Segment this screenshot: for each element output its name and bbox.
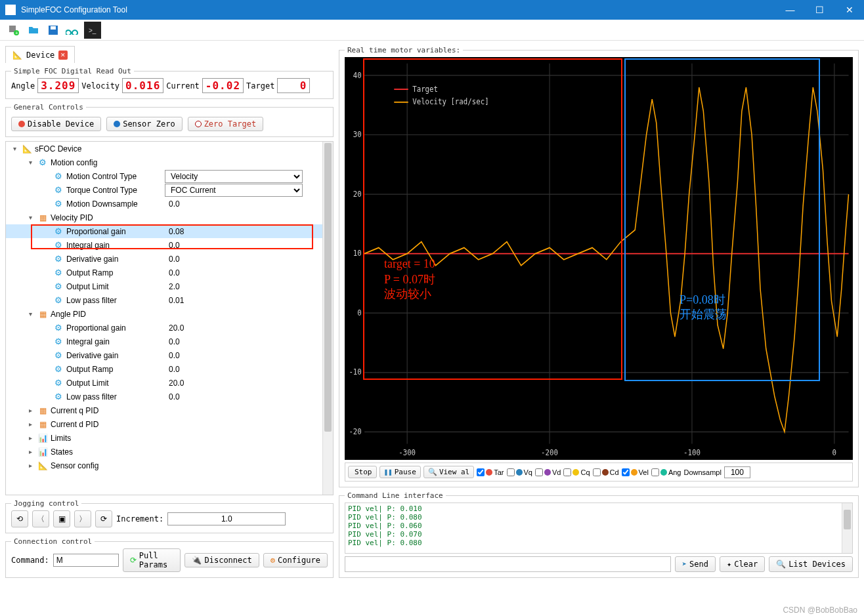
close-button[interactable]: ✕: [834, 0, 864, 20]
jog-prev-button[interactable]: 〈: [32, 510, 49, 527]
tree-sensor[interactable]: ▸📐Sensor config: [6, 459, 333, 472]
save-icon[interactable]: [45, 22, 62, 39]
tab-close-icon[interactable]: ✕: [58, 51, 68, 60]
pid-icon: ▦: [37, 309, 48, 319]
svg-text:0: 0: [832, 447, 837, 457]
chk-vq[interactable]: Vq: [507, 468, 532, 476]
config-tree[interactable]: ▾📐sFOC Device ▾⚙Motion config ⚙Motion Co…: [5, 141, 334, 495]
ring-icon: [195, 121, 202, 127]
tree-vel-ig[interactable]: ⚙Integral gain0.0: [6, 238, 333, 252]
disconnect-button[interactable]: 🔌Disconnect: [184, 553, 259, 567]
terminal-icon[interactable]: >_: [84, 22, 101, 39]
rt-legend: Real time motor variables:: [345, 46, 463, 54]
chk-cq[interactable]: Cq: [563, 468, 590, 476]
angle-value: 3.209: [37, 78, 79, 93]
svg-text:40: 40: [353, 70, 362, 80]
pull-params-button[interactable]: ⟳Pull Params: [123, 548, 181, 572]
tct-select[interactable]: FOC Current: [165, 184, 303, 197]
sensor-zero-button[interactable]: Sensor Zero: [106, 117, 182, 131]
pause-button[interactable]: ❚❚Pause: [379, 466, 421, 478]
general-controls-group: General Controls Disable Device Sensor Z…: [5, 103, 334, 137]
increment-input[interactable]: [167, 512, 286, 525]
tree-currentd[interactable]: ▸▦Current d PID: [6, 417, 333, 431]
arduino-icon[interactable]: [64, 22, 81, 39]
tree-mct[interactable]: ⚙Motion Control TypeVelocity: [6, 169, 333, 183]
jog-forward-button[interactable]: ⟳: [95, 510, 112, 527]
tree-states[interactable]: ▸📊States: [6, 445, 333, 459]
angle-label: Angle: [11, 81, 35, 91]
stop-button[interactable]: Stop: [348, 466, 377, 478]
list-devices-button[interactable]: 🔍List Devices: [769, 556, 853, 572]
mct-select[interactable]: Velocity: [165, 170, 303, 183]
open-folder-icon[interactable]: [25, 22, 42, 39]
tree-root[interactable]: ▾📐sFOC Device: [6, 142, 333, 155]
blue-dot-icon: [114, 121, 120, 127]
tree-ang-ig[interactable]: ⚙Integral gain0.0: [6, 335, 333, 348]
annot-blue-2: 开始震荡: [680, 306, 727, 322]
svg-text:-300: -300: [399, 447, 416, 457]
svg-text:20: 20: [353, 189, 362, 199]
jog-next-button[interactable]: 〉: [74, 510, 91, 527]
gear-icon: ⚙: [53, 364, 64, 375]
tree-ang-dg[interactable]: ⚙Derivative gain0.0: [6, 348, 333, 362]
tab-device[interactable]: 📐 Device ✕: [5, 46, 75, 63]
tree-limits[interactable]: ▸📊Limits: [6, 431, 333, 445]
jog-rewind-button[interactable]: ⟲: [11, 510, 28, 527]
chk-cd[interactable]: Cd: [593, 468, 619, 476]
target-label: Target: [246, 81, 274, 91]
tree-vel-limit[interactable]: ⚙Output Limit2.0: [6, 279, 333, 293]
send-button[interactable]: ➤Send: [675, 556, 716, 572]
tree-ang-lpf[interactable]: ⚙Low pass filter0.0: [6, 390, 333, 403]
downsample-label: Downsampl: [683, 468, 721, 476]
viewall-button[interactable]: 🔍View al: [423, 466, 474, 478]
chk-vd[interactable]: Vd: [535, 468, 561, 476]
tree-vel-pg[interactable]: ⚙Proportional gain0.08: [6, 224, 333, 238]
svg-text:>_: >_: [89, 27, 97, 34]
annot-red-2: P = 0.07时: [384, 272, 435, 287]
add-device-icon[interactable]: +: [5, 22, 22, 39]
cli-scrollbar[interactable]: [842, 503, 852, 553]
jog-stop-button[interactable]: ▣: [53, 510, 70, 527]
tree-tct[interactable]: ⚙Torque Control TypeFOC Current: [6, 183, 333, 197]
clear-button[interactable]: ✦Clear: [720, 556, 765, 572]
tree-angle-pid[interactable]: ▾▦Angle PID: [6, 307, 333, 321]
tree-motion-config[interactable]: ▾⚙Motion config: [6, 155, 333, 169]
chk-target[interactable]: Tar: [477, 468, 504, 476]
gear-icon: ⚙: [53, 323, 64, 333]
minimize-button[interactable]: —: [775, 0, 805, 20]
tree-vel-dg[interactable]: ⚙Derivative gain0.0: [6, 252, 333, 266]
svg-text:-100: -100: [683, 447, 701, 457]
tree-ang-ramp[interactable]: ⚙Output Ramp0.0: [6, 362, 333, 376]
configure-button[interactable]: ⚙Configure: [263, 553, 328, 567]
cli-line: PID vel| P: 0.080: [348, 513, 850, 522]
gear-icon: ⚙: [53, 268, 64, 278]
downsample-input[interactable]: [724, 466, 750, 478]
device-tab-icon: 📐: [12, 51, 22, 60]
gear-icon: ⚙: [53, 226, 64, 237]
tree-vel-ramp[interactable]: ⚙Output Ramp0.0: [6, 266, 333, 279]
tree-currentq[interactable]: ▸▦Current q PID: [6, 403, 333, 417]
dro-group: Simple FOC Digital Read Out Angle 3.209 …: [5, 67, 334, 99]
tree-vel-lpf[interactable]: ⚙Low pass filter0.01: [6, 293, 333, 307]
app-icon: [5, 5, 16, 15]
tree-ang-limit[interactable]: ⚙Output Limit20.0: [6, 376, 333, 390]
chk-vel[interactable]: Vel: [622, 468, 649, 476]
cli-input[interactable]: [345, 556, 671, 572]
disable-device-button[interactable]: Disable Device: [11, 117, 101, 131]
tree-velocity-pid[interactable]: ▾▦Velocity PID: [6, 211, 333, 224]
svg-text:0: 0: [357, 308, 362, 318]
cli-legend: Command Line interface: [345, 491, 446, 500]
zero-target-button[interactable]: Zero Target: [188, 117, 263, 131]
chart-canvas[interactable]: 403020100-10-20 -300-200-1000 Target Vel…: [345, 57, 853, 460]
gear-icon: ⚙: [53, 350, 64, 361]
tree-ang-pg[interactable]: ⚙Proportional gain20.0: [6, 321, 333, 335]
svg-text:+: +: [15, 30, 18, 36]
tree-scrollbar[interactable]: [322, 142, 333, 495]
tree-mds[interactable]: ⚙Motion Downsample0.0: [6, 197, 333, 211]
svg-text:-200: -200: [541, 447, 558, 457]
maximize-button[interactable]: ☐: [805, 0, 834, 20]
cli-output[interactable]: PID vel| P: 0.010 PID vel| P: 0.080 PID …: [345, 503, 853, 554]
command-input[interactable]: [53, 554, 119, 567]
chk-ang[interactable]: Ang: [651, 468, 681, 476]
gear-icon: ⚙: [53, 378, 64, 388]
